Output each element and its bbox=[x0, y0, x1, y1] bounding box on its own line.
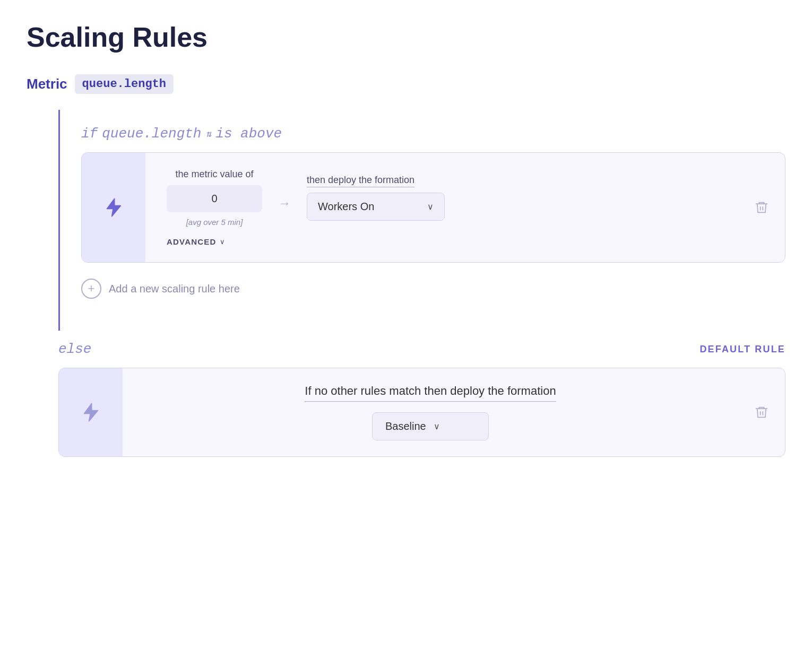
deploy-chevron-icon: ∨ bbox=[427, 202, 434, 212]
default-rule-label[interactable]: DEFAULT RULE bbox=[699, 344, 785, 355]
deploy-select-value: Workers On bbox=[318, 201, 421, 213]
metric-value-input[interactable] bbox=[167, 185, 262, 212]
else-description: If no other rules match then deploy the … bbox=[305, 384, 556, 402]
advanced-row[interactable]: ADVANCED ∨ bbox=[167, 237, 717, 246]
page-title: Scaling Rules bbox=[27, 21, 785, 53]
add-rule-row[interactable]: + Add a new scaling rule here bbox=[81, 273, 785, 315]
deploy-label: then deploy the formation bbox=[307, 175, 414, 187]
middle-arrow-icon: → bbox=[278, 196, 291, 211]
condition-text: is above bbox=[215, 126, 282, 142]
rule-section: if queue.length ⇅ is above → the metric … bbox=[58, 110, 785, 331]
else-lightning-icon bbox=[80, 402, 101, 423]
metric-value-label: the metric value of bbox=[175, 169, 253, 180]
else-row: else DEFAULT RULE bbox=[58, 341, 785, 357]
lightning-icon bbox=[103, 197, 124, 218]
else-rule-card: → If no other rules match then deploy th… bbox=[58, 368, 785, 457]
scaling-rule-card: → the metric value of [avg over 5 min] → bbox=[81, 152, 785, 263]
advanced-label: ADVANCED bbox=[167, 237, 217, 246]
metric-row: Metric queue.length bbox=[27, 74, 785, 94]
else-section: else DEFAULT RULE → If no other rules ma… bbox=[27, 341, 785, 457]
metric-label: Metric bbox=[27, 76, 67, 92]
baseline-value: Baseline bbox=[385, 420, 426, 432]
add-rule-text: Add a new scaling rule here bbox=[109, 283, 240, 295]
avg-note: [avg over 5 min] bbox=[186, 218, 243, 227]
else-body: If no other rules match then deploy the … bbox=[123, 368, 738, 456]
rule-delete-button[interactable] bbox=[738, 153, 785, 262]
advanced-chevron-icon: ∨ bbox=[220, 238, 225, 246]
trash-icon bbox=[754, 200, 769, 215]
else-lightning-left bbox=[59, 368, 123, 456]
else-delete-button[interactable] bbox=[738, 368, 785, 456]
rule-body: the metric value of [avg over 5 min] → t… bbox=[145, 153, 738, 262]
rule-lightning-left bbox=[82, 153, 145, 262]
if-statement: if queue.length ⇅ is above bbox=[81, 126, 785, 142]
metric-value-badge[interactable]: queue.length bbox=[75, 74, 174, 94]
condition-metric-name[interactable]: queue.length bbox=[102, 126, 201, 142]
metric-value-group: the metric value of [avg over 5 min] bbox=[167, 169, 262, 227]
if-keyword: if bbox=[81, 126, 98, 142]
rule-fields: the metric value of [avg over 5 min] → t… bbox=[167, 169, 717, 227]
baseline-select[interactable]: Baseline ∨ bbox=[372, 412, 489, 440]
sort-icon[interactable]: ⇅ bbox=[205, 128, 211, 140]
deploy-select[interactable]: Workers On ∨ bbox=[307, 193, 445, 221]
else-trash-icon bbox=[754, 405, 769, 420]
else-keyword: else bbox=[58, 341, 91, 357]
add-rule-icon: + bbox=[81, 279, 101, 299]
deploy-group: then deploy the formation Workers On ∨ bbox=[307, 175, 445, 221]
baseline-chevron-icon: ∨ bbox=[434, 421, 440, 431]
